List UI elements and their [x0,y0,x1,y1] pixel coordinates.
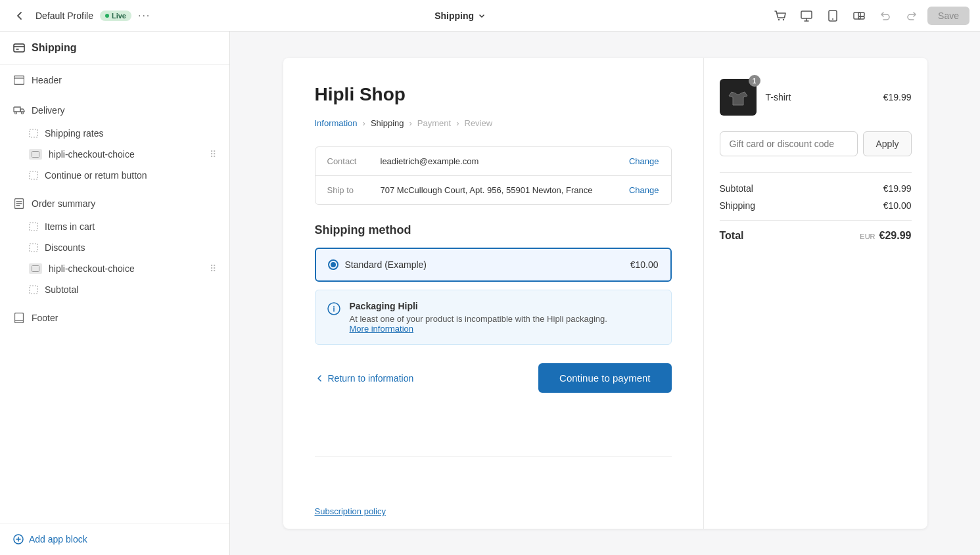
contact-value: leadietrich@example.com [381,156,618,166]
summary-divider [720,172,912,173]
subscription-policy-link[interactable]: Subscription policy [315,506,386,516]
topbar-right: Save [770,5,969,26]
apply-button[interactable]: Apply [863,131,911,156]
corner-icon-4 [29,243,38,252]
breadcrumb-review: Review [465,118,493,128]
hipli-icon-1 [29,149,42,160]
sidebar-item-footer[interactable]: Footer [0,305,229,330]
breadcrumb-information[interactable]: Information [315,118,358,128]
shipping-nav-icon [13,42,25,54]
return-to-information-link[interactable]: Return to information [315,373,414,384]
svg-rect-14 [32,266,39,272]
main-layout: Shipping Header [0,32,980,555]
sidebar-item-discounts[interactable]: Discounts [0,237,229,258]
save-button[interactable]: Save [927,7,969,25]
sidebar-footer: Add app block [0,523,229,555]
discount-code-input[interactable] [720,131,858,156]
sidebar-item-order-summary[interactable]: Order summary [0,191,229,216]
product-name: T-shirt [766,92,874,102]
sidebar-item-delivery[interactable]: Delivery [0,98,229,123]
sidebar-item-subtotal[interactable]: Subtotal [0,279,229,300]
ship-to-label: Ship to [327,185,370,195]
radio-selected [328,259,338,270]
page-title: Shipping [434,11,474,21]
svg-rect-6 [858,12,864,16]
svg-rect-15 [15,313,24,323]
breadcrumb-sep-3: › [456,118,459,128]
alert-content: Packaging Hipli At least one of your pro… [350,301,607,334]
breadcrumb-shipping: Shipping [371,118,404,128]
summary-icon [13,198,25,210]
shop-title: Hipli Shop [315,84,672,105]
sidebar-item-hipli-2[interactable]: hipli-checkout-choice ⠿ [0,258,229,279]
info-circle-icon [327,302,340,334]
total-row: Total EUR €29.99 [720,220,912,242]
product-price: €19.99 [883,92,912,102]
sidebar-title: Shipping [0,32,229,65]
sidebar: Shipping Header [0,32,230,555]
ship-to-value: 707 McCullough Court, Apt. 956, 55901 Ne… [381,185,618,195]
shipping-option-standard[interactable]: Standard (Example) €10.00 [315,248,672,282]
continue-to-payment-button[interactable]: Continue to payment [538,363,671,393]
subtotal-value: €19.99 [883,183,912,194]
drag-handle-1[interactable]: ⠿ [210,149,216,160]
topbar-ellipsis-button[interactable]: ··· [138,10,151,22]
contact-label: Contact [327,156,370,166]
cart-preview-icon[interactable] [770,5,791,26]
breadcrumb: Information › Shipping › Payment › Revie… [315,118,672,128]
undo-button[interactable] [875,5,896,26]
product-image: 1 [720,79,757,116]
sidebar-item-shipping-rates-label: Shipping rates [45,128,104,139]
sidebar-item-shipping-rates[interactable]: Shipping rates [0,123,229,144]
sidebar-item-hipli-1[interactable]: hipli-checkout-choice ⠿ [0,144,229,165]
return-link-label: Return to information [328,373,414,384]
redo-button[interactable] [901,5,922,26]
sidebar-section-footer: Footer [0,303,229,333]
add-app-block-button[interactable]: Add app block [13,534,216,544]
back-icon[interactable] [11,7,29,25]
ship-to-change-link[interactable]: Change [629,185,659,195]
topbar-center: Shipping [158,11,762,21]
breadcrumb-payment: Payment [417,118,451,128]
sidebar-item-continue-return[interactable]: Continue or return button [0,165,229,186]
alert-text-content: At least one of your product is incompat… [350,314,607,324]
delivery-icon [13,104,25,116]
footer-icon [13,312,25,324]
breadcrumb-sep-1: › [363,118,365,128]
alert-more-info-link[interactable]: More information [350,324,414,334]
other-preview-icon[interactable] [849,5,870,26]
subtotal-row: Subtotal €19.99 [720,183,912,194]
sidebar-item-items-in-cart[interactable]: Items in cart [0,216,229,237]
page-title-dropdown[interactable]: Shipping [434,11,486,21]
topbar: Default Profile Live ··· Shipping [0,0,980,32]
sidebar-item-header[interactable]: Header [0,68,229,93]
topbar-left: Default Profile Live ··· [11,7,151,25]
subtotal-label: Subtotal [720,183,753,194]
live-badge: Live [100,11,131,21]
corner-icon-5 [29,285,38,294]
product-row: 1 T-shirt €19.99 [720,79,912,116]
svg-rect-5 [854,12,860,19]
footer-divider [315,456,672,456]
svg-rect-2 [801,11,812,18]
desktop-preview-icon[interactable] [796,5,817,26]
shipping-method-title: Shipping method [315,223,672,237]
breadcrumb-sep-2: › [409,118,412,128]
sidebar-section-delivery: Delivery Shipping rates hipli-checkout-c… [0,95,229,189]
sidebar-item-header-label: Header [32,75,62,85]
shipping-label: Shipping [720,200,756,211]
svg-point-4 [832,18,833,20]
mobile-preview-icon[interactable] [822,5,843,26]
shipping-option-left: Standard (Example) [328,259,427,270]
svg-rect-9 [14,76,24,85]
nav-buttons: Return to information Continue to paymen… [315,363,672,393]
hipli-icon-2 [29,263,42,274]
ship-to-row: Ship to 707 McCullough Court, Apt. 956, … [315,175,671,204]
sidebar-item-subtotal-label: Subtotal [45,284,78,295]
contact-change-link[interactable]: Change [629,156,659,166]
tshirt-icon [728,87,749,108]
currency-label: EUR [860,233,875,240]
sidebar-item-delivery-label: Delivery [32,105,65,116]
sidebar-item-footer-label: Footer [32,313,58,323]
drag-handle-2[interactable]: ⠿ [210,263,216,274]
